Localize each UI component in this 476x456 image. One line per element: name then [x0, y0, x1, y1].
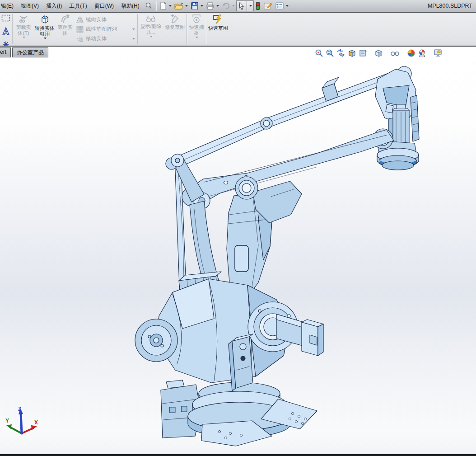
repair-sketch-button[interactable]: 修复草图 [163, 13, 186, 46]
sketch-pattern-group: 镜向实体 线性草图阵列 [75, 13, 137, 46]
traffic-light-icon[interactable] [254, 0, 262, 11]
undo-button[interactable] [220, 0, 236, 11]
mirror-entities-icon [76, 16, 84, 23]
options-list-button[interactable] [274, 0, 290, 11]
open-document-button[interactable] [173, 0, 189, 11]
menu-bar: 辑(E) 视图(V) 插入(I) 工具(T) 窗口(W) 帮助(H) [0, 0, 476, 13]
sketch-side-tools [0, 13, 12, 46]
linear-sketch-pattern-icon [76, 26, 84, 33]
triad-x-label: X [34, 419, 38, 426]
toolbar-separator [156, 1, 156, 11]
menu-tools[interactable]: 工具(T) [65, 0, 90, 11]
offset-entities-button[interactable]: 等距实体 [56, 13, 75, 46]
robot-model[interactable] [0, 47, 476, 456]
linear-sketch-pattern-button[interactable]: 线性草图阵列 [76, 25, 135, 33]
select-dropdown[interactable] [247, 1, 253, 11]
triad-z-label: Z [18, 406, 21, 412]
new-document-button[interactable] [158, 0, 173, 11]
graphics-viewport[interactable]: Z X Y [0, 47, 476, 456]
selection-dashed-box-icon[interactable] [1, 14, 10, 24]
display-delete-relations-button[interactable]: 显示/删除几... [138, 13, 163, 46]
edit-sketch-button[interactable] [262, 0, 274, 11]
print-button[interactable] [205, 0, 220, 11]
command-tabs: ert 办公室产品 [0, 47, 48, 57]
quick-snaps-icon [191, 14, 202, 24]
rapid-sketch-icon [212, 14, 224, 25]
save-button[interactable] [189, 0, 205, 11]
convert-entities-button[interactable]: 转换实体引用 [34, 13, 56, 46]
sketch-text-icon[interactable] [1, 27, 10, 38]
mirror-entities-button[interactable]: 镜向实体 [76, 15, 135, 24]
trim-entities-icon [18, 14, 29, 24]
tab-office-products[interactable]: 办公室产品 [12, 47, 48, 57]
coordinate-triad: Z X Y [5, 405, 39, 440]
menu-view[interactable]: 视图(V) [17, 0, 42, 11]
menu-help[interactable]: 帮助(H) [117, 0, 143, 11]
tab-dimxpert[interactable]: ert [0, 47, 11, 57]
command-manager: 剪裁实体(T) 转换实体引用 等距实体 [0, 13, 476, 47]
move-entities-button[interactable]: 移动实体 [76, 34, 135, 43]
move-entities-icon [76, 35, 84, 42]
trim-entities-button[interactable]: 剪裁实体(T) [13, 13, 34, 46]
select-tool-group [236, 0, 254, 11]
document-title: MPL800.SLDPRT [428, 3, 472, 9]
offset-entities-icon [60, 14, 70, 24]
select-cursor-button[interactable] [237, 1, 247, 11]
search-pin-icon[interactable] [143, 0, 154, 11]
rapid-sketch-button[interactable]: 快速草图 [207, 13, 229, 46]
display-delete-relations-icon [145, 14, 157, 23]
menu-insert[interactable]: 插入(I) [42, 0, 65, 11]
quick-snaps-button[interactable]: 快速捕捉 [187, 13, 205, 46]
menu-window[interactable]: 窗口(W) [91, 0, 117, 11]
convert-entities-icon [39, 14, 50, 25]
solidworks-window: 辑(E) 视图(V) 插入(I) 工具(T) 窗口(W) 帮助(H) [0, 0, 476, 456]
repair-sketch-icon [169, 14, 180, 24]
window-bottom-border [0, 454, 476, 456]
triad-y-label: Y [5, 418, 9, 424]
menu-edit[interactable]: 辑(E) [0, 0, 17, 11]
